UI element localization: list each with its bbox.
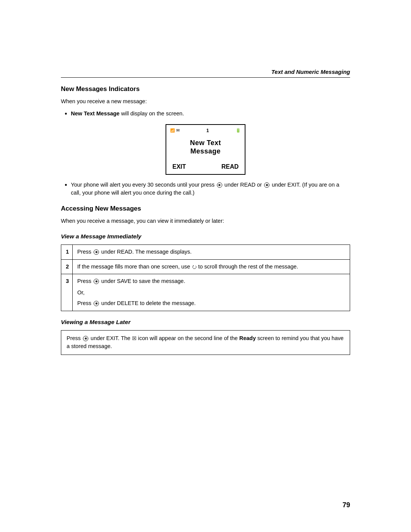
- step-num-2-label: 2: [66, 264, 69, 270]
- bullet1-bold: New Text Message: [71, 110, 119, 117]
- step3-delete: Press ◉ under DELETE to delete the messa…: [77, 299, 345, 308]
- press-icon-1: ◉: [217, 182, 222, 188]
- phone-status-left: 📶 ✉: [170, 128, 180, 133]
- step-num-3-label: 3: [66, 278, 69, 284]
- bullet-dot-2: •: [65, 182, 67, 189]
- step-content-2: If the message fills more than one scree…: [73, 259, 350, 274]
- info-box: Press ◉ under EXIT. The ☒ icon will appe…: [61, 330, 350, 355]
- phone-status-bar: 📶 ✉ 1 🔋: [170, 128, 241, 133]
- press-icon-2: ◉: [264, 182, 269, 188]
- step-num-1-label: 1: [66, 249, 69, 255]
- section2-intro: When you receive a message, you can view…: [61, 217, 350, 225]
- page-number: 79: [342, 501, 350, 509]
- phone-message-line1: New Text: [190, 139, 221, 147]
- phone-screen: 📶 ✉ 1 🔋 New Text Message EXIT READ: [166, 124, 245, 175]
- battery-icon: 🔋: [236, 128, 241, 133]
- steps-table: 1 Press ◉ under READ. The message displa…: [61, 244, 350, 311]
- step3-sub: Or, Press ◉ under DELETE to delete the m…: [77, 289, 345, 308]
- info-box-bold: Ready: [239, 335, 256, 341]
- table-row: 3 Press ◉ under SAVE to save the message…: [61, 274, 350, 311]
- sub-heading-later: Viewing a Message Later: [61, 319, 350, 326]
- table-row: 1 Press ◉ under READ. The message displa…: [61, 244, 350, 259]
- header-section: Text and Numeric Messaging: [61, 69, 350, 78]
- section-accessing: Accessing New Messages When you receive …: [61, 205, 350, 355]
- bullet1-text: will display on the screen.: [119, 110, 184, 117]
- phone-message: New Text Message: [170, 139, 241, 156]
- bullet1: • New Text Message will display on the s…: [61, 110, 350, 118]
- scroll-icon: ⭮: [192, 263, 197, 271]
- step-content-3: Press ◉ under SAVE to save the message. …: [73, 274, 350, 311]
- bullet2: • Your phone will alert you every 30 sec…: [61, 181, 350, 198]
- softkey-exit: EXIT: [172, 163, 186, 170]
- sub-heading-view: View a Message Immediately: [61, 233, 350, 240]
- press-icon-4: ◉: [94, 279, 99, 284]
- page-container: Text and Numeric Messaging New Messages …: [0, 0, 411, 532]
- step3-or: Or,: [77, 289, 345, 297]
- mail-checkbox-icon: ☒: [132, 335, 137, 342]
- press-icon-6: ◉: [83, 336, 88, 341]
- bullet1-content: New Text Message will display on the scr…: [71, 110, 184, 118]
- bullet-dot-1: •: [65, 110, 67, 117]
- bullet2-content: Your phone will alert you every 30 secon…: [71, 181, 350, 198]
- press-icon-5: ◉: [94, 301, 99, 306]
- step-num-1: 1: [61, 244, 73, 259]
- phone-status-number: 1: [206, 128, 209, 133]
- step-content-1: Press ◉ under READ. The message displays…: [73, 244, 350, 259]
- envelope-icon: ✉: [176, 128, 180, 133]
- section2-heading: Accessing New Messages: [61, 205, 350, 212]
- step-num-2: 2: [61, 259, 73, 274]
- section-new-messages: New Messages Indicators When you receive…: [61, 85, 350, 197]
- signal-icon: 📶: [170, 128, 175, 133]
- header-title: Text and Numeric Messaging: [271, 69, 350, 75]
- section1-heading: New Messages Indicators: [61, 85, 350, 93]
- phone-softkeys: EXIT READ: [170, 163, 241, 170]
- phone-message-line2: Message: [190, 147, 221, 155]
- softkey-read: READ: [221, 163, 239, 170]
- section1-intro: When you receive a new message:: [61, 97, 350, 106]
- step-num-3: 3: [61, 274, 73, 311]
- press-icon-3: ◉: [94, 249, 99, 255]
- table-row: 2 If the message fills more than one scr…: [61, 259, 350, 274]
